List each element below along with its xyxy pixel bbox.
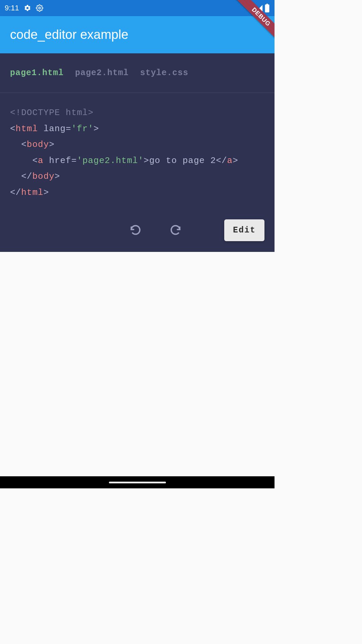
redo-button[interactable] bbox=[170, 224, 182, 236]
app-bar: code_editor example bbox=[0, 16, 275, 53]
gear-outline-icon bbox=[36, 4, 43, 12]
editor-panel: page1.html page2.html style.css <!DOCTYP… bbox=[0, 53, 275, 252]
nav-handle[interactable] bbox=[109, 482, 166, 483]
edit-button[interactable]: Edit bbox=[224, 219, 264, 241]
status-left: 9:11 bbox=[5, 4, 43, 12]
gear-solid-icon bbox=[24, 4, 31, 12]
svg-point-0 bbox=[39, 7, 41, 9]
battery-icon bbox=[264, 4, 270, 12]
code-doctype: <!DOCTYPE html> bbox=[10, 108, 94, 118]
status-bar: 9:11 bbox=[0, 0, 275, 16]
file-tabs: page1.html page2.html style.css bbox=[0, 53, 275, 93]
tab-page2-html[interactable]: page2.html bbox=[75, 68, 129, 78]
code-view: <!DOCTYPE html> <html lang='fr'> <body> … bbox=[0, 93, 275, 210]
app-title: code_editor example bbox=[10, 28, 128, 42]
tab-style-css[interactable]: style.css bbox=[140, 68, 188, 78]
redo-icon bbox=[170, 225, 182, 236]
tab-page1-html[interactable]: page1.html bbox=[10, 68, 64, 78]
undo-icon bbox=[129, 225, 141, 236]
system-nav-bar bbox=[0, 476, 275, 488]
status-time: 9:11 bbox=[5, 4, 19, 12]
action-bar: Edit bbox=[0, 210, 275, 252]
undo-button[interactable] bbox=[129, 224, 141, 236]
